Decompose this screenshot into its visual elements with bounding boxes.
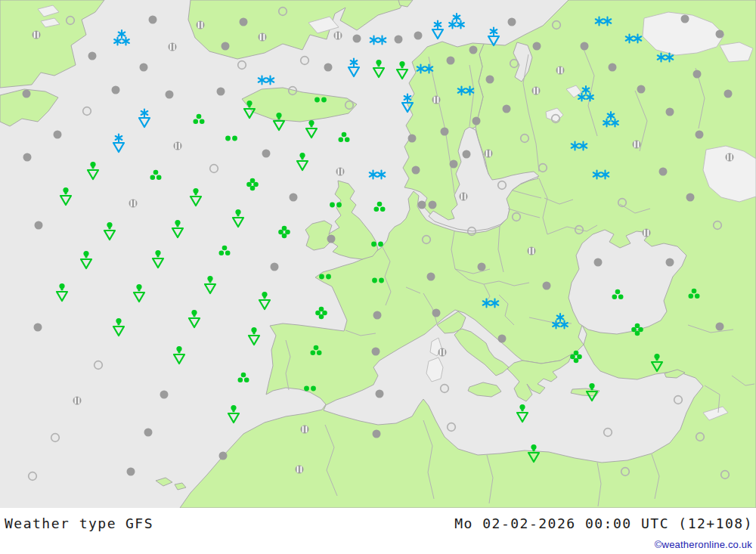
weather-symbol-partly [426,89,447,110]
weather-symbol-cloudy [264,256,285,277]
weather-symbol-partly [162,36,183,57]
weather-symbol-cloudy [407,25,429,46]
weather-symbol-rain3 [305,340,327,361]
weather-symbol-cloudy [367,305,388,326]
weather-symbol-rain-shower [243,326,265,347]
weather-symbol-cloudy [680,187,701,208]
weather-symbol-snow-shower [397,93,418,114]
weather-symbol-rain-shower [292,151,313,172]
weather-symbol-rain-shower [108,317,129,338]
weather-symbol-cloudy [401,128,423,149]
weather-symbol-cloudy [159,84,180,105]
weather-symbol-cloudy [28,215,49,236]
model-label: GFS [125,515,153,531]
weather-symbol-rain4 [274,221,295,243]
weather-symbol-cloudy [210,81,231,102]
weather-symbol-snow-heavy [550,311,571,333]
weather-symbol-cloudy [366,423,387,444]
weather-symbol-rain2 [299,378,321,399]
weather-symbol-snow-light [593,11,614,32]
weather-symbol-cloudy [456,144,477,165]
weather-symbol-rain-shower [254,290,275,311]
weather-symbol-cloudy [17,147,38,168]
weather-symbol-rain-shower [169,345,190,366]
weather-symbol-rain3 [188,109,209,130]
weather-symbol-partly [26,24,47,45]
weather-symbol-clear [714,464,736,485]
weather-symbol-cloudy [674,8,696,29]
weather-symbol-cloudy [27,317,48,338]
weather-symbol-clear [506,206,527,227]
weather-symbol-rain-shower [200,274,221,296]
weather-symbol-cloudy [405,159,426,181]
weather-symbol-cloudy [233,11,254,32]
weather-symbol-cloudy [434,121,455,142]
weather-symbol-snow-light [623,28,644,49]
weather-symbol-snow-shower [108,133,129,154]
weather-symbol-cloudy [212,445,234,466]
weather-symbol-cloudy [587,252,609,273]
weather-symbol-snow-light [480,292,501,314]
weather-symbol-cloudy [82,45,103,67]
weather-symbol-cloudy [479,69,500,90]
weather-symbol-cloudy [501,11,522,32]
weather-symbol-cloudy [388,29,409,50]
weather-symbol-partly [626,134,647,155]
weather-symbol-cloudy [443,153,464,175]
weather-symbol-cloudy [659,252,680,273]
weather-symbol-rain-shower [523,443,544,464]
weather-symbol-clear [668,389,689,410]
weather-symbol-partly [167,135,188,156]
weather-symbol-rain2 [310,89,331,110]
weather-symbol-clear [461,221,482,242]
weather-symbol-clear [60,10,81,31]
weather-symbol-rain-shower [512,403,533,424]
weather-symbol-clear [282,80,303,101]
weather-symbol-partly [521,240,542,262]
weather-symbol-rain-shower [167,218,188,240]
weather-symbol-clear [339,94,360,116]
weather-symbol-cloudy [105,79,126,101]
weather-symbol-cloudy [602,57,623,78]
weather-symbol-cloudy [689,124,710,145]
weather-symbol-rain-shower [239,99,260,120]
weather-symbol-snow-shower [427,20,448,41]
weather-symbol-rain3 [607,284,628,305]
weather-symbol-snow-light [655,47,676,68]
weather-symbol-snow-light [256,70,277,91]
weather-symbols-layer [0,0,756,508]
map-canvas [0,0,756,508]
weather-symbol-rain-shower [99,221,120,242]
weather-symbol-partly [122,193,144,214]
weather-symbol-snow-heavy [600,110,621,131]
weather-symbol-partly [432,342,453,363]
weather-symbol-cloudy [16,83,37,104]
weather-symbol-partly [294,419,315,440]
weather-symbol-rain-shower [147,249,169,270]
weather-symbol-clear [294,50,315,71]
weather-symbol-cloudy [283,187,304,208]
weather-symbol-rain-shower [301,119,322,140]
weather-symbol-rain3 [233,367,254,388]
weather-symbol-cloudy [420,266,442,287]
weather-symbol-snow-heavy [575,84,596,105]
weather-symbol-partly [453,186,474,207]
weather-symbol-cloudy [709,23,730,45]
weather-symbol-partly [289,459,310,480]
weather-symbol-cloudy [526,36,547,57]
weather-symbol-cloudy [215,36,236,57]
weather-symbol-rain-shower [55,186,76,207]
weather-symbol-cloudy [256,143,277,164]
weather-symbol-clear [514,128,535,149]
weather-symbol-clear [545,108,566,129]
weather-symbol-partly [67,390,88,411]
weather-symbol-cloudy [47,124,68,145]
weather-symbol-rain4 [627,319,648,340]
footer-bar: Weather type GFS Mo 02-02-2026 00:00 UTC… [0,508,756,554]
copyright-link[interactable]: ©weatheronline.co.uk [655,539,752,550]
weather-symbol-clear [689,426,711,447]
weather-symbol-rain3 [214,240,235,262]
weather-symbol-rain2 [221,128,242,149]
weather-symbol-clear [45,427,66,448]
weather-symbol-clear [615,461,636,482]
